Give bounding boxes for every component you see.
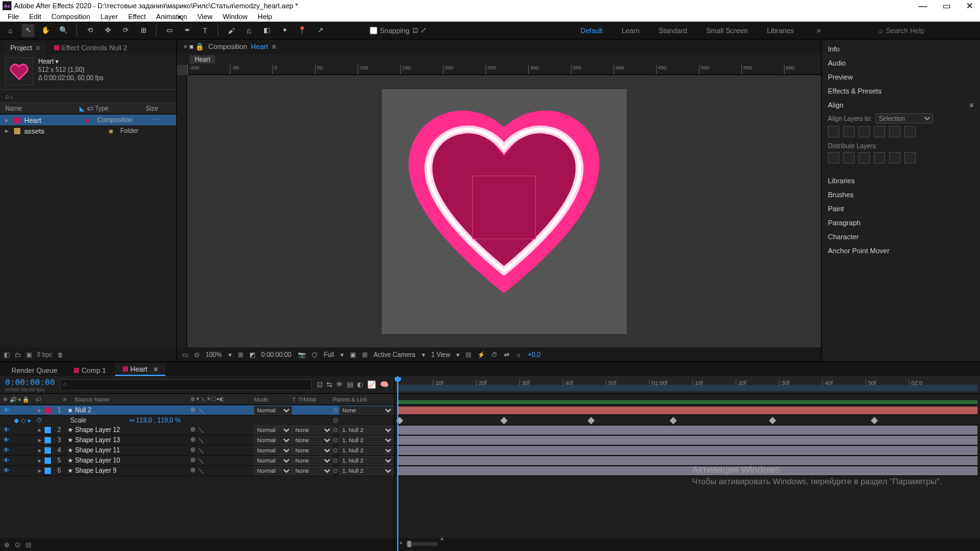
property-row-scale[interactable]: ◆ ◇ ▸⏱Scale⇔ 119,0 , 119,0 %⊙ xyxy=(0,415,394,425)
align-left-button[interactable] xyxy=(828,126,839,137)
tab-render-queue[interactable]: Render Queue xyxy=(4,365,65,376)
panel-info[interactable]: Info xyxy=(822,42,980,56)
trash-icon[interactable]: 🗑 xyxy=(57,351,64,358)
zoom-slider[interactable] xyxy=(398,542,449,546)
align-to-select[interactable]: Selection xyxy=(876,113,933,123)
tl-brain-icon[interactable]: 🧠 xyxy=(380,380,389,389)
anchor-tool[interactable]: ⊞ xyxy=(137,24,150,37)
align-vcenter-button[interactable] xyxy=(889,126,900,137)
panel-audio[interactable]: Audio xyxy=(822,56,980,70)
interpret-footage-icon[interactable]: ◧ xyxy=(4,351,10,358)
project-filter[interactable]: ⌕▾ xyxy=(0,89,176,103)
layer-row[interactable]: 👁 ▸ 4★ Shape Layer 11 ⊕＼ Normal None ⊙1.… xyxy=(0,445,394,456)
dist-right-button[interactable] xyxy=(858,152,870,164)
pen-tool[interactable]: ✒ xyxy=(181,24,193,37)
menu-effect[interactable]: Effect xyxy=(123,13,151,20)
new-comp-icon[interactable]: ▣ xyxy=(26,351,32,358)
snapping-opt-icon[interactable]: ⊡ xyxy=(412,26,418,34)
col-parent[interactable]: Parent & Link xyxy=(333,396,394,403)
grid-icon[interactable]: ⊞ xyxy=(362,351,367,358)
exposure-value[interactable]: +0,0 xyxy=(528,351,541,358)
flowchart-icon[interactable]: ⇄ xyxy=(504,351,509,358)
channel-icon[interactable]: ⬡ xyxy=(312,351,318,358)
tab-effect-controls[interactable]: Effect Controls Null 2 xyxy=(48,42,134,53)
null-selection-box[interactable] xyxy=(472,176,536,239)
home-tool[interactable]: ⌂ xyxy=(4,24,17,37)
workspace-libraries[interactable]: Libraries xyxy=(767,27,794,34)
camera-dropdown[interactable]: Active Camera xyxy=(374,351,416,358)
panel-brushes[interactable]: Brushes xyxy=(822,188,980,202)
comp-breadcrumb[interactable]: Heart xyxy=(190,55,215,64)
menu-view[interactable]: View xyxy=(192,13,218,20)
tl-shy-icon[interactable]: 👁 xyxy=(336,380,343,389)
rotate-tool[interactable]: ⟳ xyxy=(119,24,132,37)
workspace-default[interactable]: Default xyxy=(580,27,603,34)
local-axis-tool[interactable]: ↗ xyxy=(314,24,326,37)
close-button[interactable]: ✕ xyxy=(966,1,974,11)
workspace-more-icon[interactable]: » xyxy=(816,26,821,35)
workspace-learn[interactable]: Learn xyxy=(622,27,640,34)
project-item-heart[interactable]: ▸Heart ■ Composition ⋯ xyxy=(0,115,176,125)
tl-motion-blur-icon[interactable]: ◐ xyxy=(357,380,363,389)
pixel-aspect-icon[interactable]: ⊟ xyxy=(466,351,471,358)
snapping-toggle[interactable]: Snapping ⊡ ⤢ xyxy=(370,26,426,34)
maximize-button[interactable]: ▭ xyxy=(942,1,951,11)
tab-menu-icon[interactable]: ≡ xyxy=(36,44,39,52)
selection-tool[interactable]: ↖ xyxy=(22,24,34,37)
col-source-name[interactable]: Source Name xyxy=(72,396,190,403)
menu-layer[interactable]: Layer xyxy=(95,13,123,20)
menu-animation[interactable]: Animation xyxy=(151,13,192,20)
align-menu-icon[interactable]: ≡ xyxy=(970,101,974,109)
clone-tool[interactable]: ⎌ xyxy=(242,24,255,37)
layer-row[interactable]: 👁 ▸ 6★ Shape Layer 9 ⊕＼ Normal None ⊙1. … xyxy=(0,466,394,476)
panel-paint[interactable]: Paint xyxy=(822,202,980,216)
menu-help[interactable]: Help xyxy=(253,13,277,20)
minimize-button[interactable]: — xyxy=(918,1,927,11)
timeline-tracks[interactable]: 10f20f30f40f50f01:00f10f20f30f40f50f02:0… xyxy=(395,376,980,551)
hand-tool[interactable]: ✋ xyxy=(39,24,52,37)
toggle-modes-icon[interactable]: ⊙ xyxy=(15,541,20,549)
col-size[interactable]: Size xyxy=(146,105,171,112)
comp-tab-bullet[interactable]: × ■ 🔒 xyxy=(183,43,204,51)
align-top-button[interactable] xyxy=(874,126,885,137)
comp-tab-menu-icon[interactable]: ≡ xyxy=(154,365,158,373)
roto-tool[interactable]: ✦ xyxy=(278,24,291,37)
comp-tab-label[interactable]: Composition xyxy=(208,43,247,50)
pan-behind-tool[interactable]: ✥ xyxy=(101,24,114,37)
align-hcenter-button[interactable] xyxy=(843,126,855,137)
comp-tab-menu-icon[interactable]: ≡ xyxy=(272,43,276,50)
current-timecode[interactable]: 0:00:00:00 xyxy=(5,377,55,387)
tl-toggle1-icon[interactable]: ⊡ xyxy=(317,380,323,389)
menu-file[interactable]: File xyxy=(3,13,24,20)
dist-hcenter-button[interactable] xyxy=(843,152,855,164)
snapping-checkbox[interactable] xyxy=(370,27,377,34)
layer-row[interactable]: 👁 ▸ 5★ Shape Layer 10 ⊕＼ Normal None ⊙1.… xyxy=(0,456,394,466)
panel-character[interactable]: Character xyxy=(822,230,980,244)
toggle-transparency-icon[interactable]: ◩ xyxy=(249,351,255,358)
puppet-tool[interactable]: 📍 xyxy=(296,24,309,37)
panel-paragraph[interactable]: Paragraph xyxy=(822,216,980,230)
workspace-small[interactable]: Small Screen xyxy=(706,27,748,34)
workspace-standard[interactable]: Standard xyxy=(659,27,687,34)
orbit-tool[interactable]: ⟲ xyxy=(83,24,96,37)
timeline-search[interactable]: ⌕ xyxy=(60,379,312,391)
shape-tool[interactable]: ▭ xyxy=(163,24,176,37)
resolution-dropdown[interactable]: Full xyxy=(324,351,334,358)
dist-vcenter-button[interactable] xyxy=(889,152,900,164)
timeline-ruler[interactable]: 10f20f30f40f50f01:00f10f20f30f40f50f02:0 xyxy=(395,376,980,394)
col-mode[interactable]: Mode xyxy=(254,396,292,403)
magnification-icon[interactable]: ▭ xyxy=(182,351,188,358)
reset-exposure-icon[interactable]: ☼ xyxy=(515,351,521,358)
current-time[interactable]: 0:00:00:00 xyxy=(262,351,291,358)
timeline-icon[interactable]: ⏱ xyxy=(491,351,498,358)
dist-top-button[interactable] xyxy=(874,152,885,164)
panel-preview[interactable]: Preview xyxy=(822,70,980,84)
snapshot-icon[interactable]: 📷 xyxy=(298,351,305,358)
toggle-switches-icon[interactable]: ⊕ xyxy=(4,541,10,549)
menu-composition[interactable]: Composition xyxy=(46,13,95,20)
layer-row[interactable]: 👁 ▸ 3★ Shape Layer 13 ⊕＼ Normal None ⊙1.… xyxy=(0,435,394,445)
toggle-in-out-icon[interactable]: ⊟ xyxy=(25,541,31,549)
tl-frame-blend-icon[interactable]: ▤ xyxy=(347,380,353,389)
panel-libraries[interactable]: Libraries xyxy=(822,174,980,188)
panel-effects-presets[interactable]: Effects & Presets xyxy=(822,84,980,98)
